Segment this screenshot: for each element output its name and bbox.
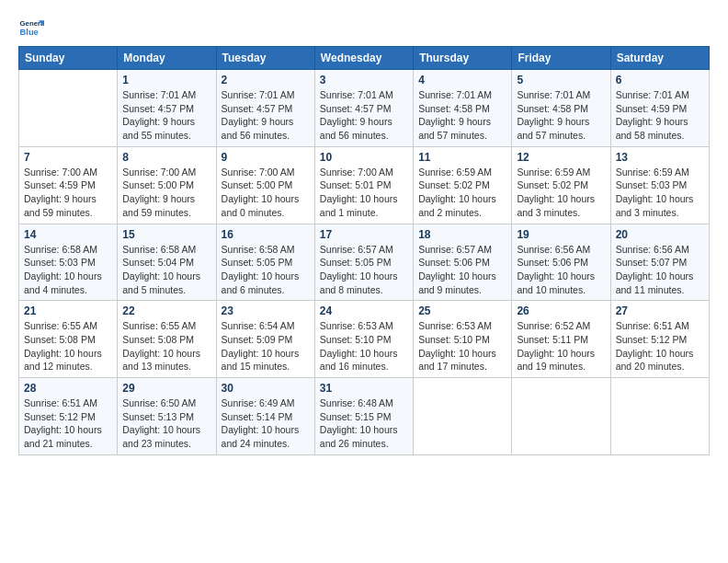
- day-number: 20: [616, 228, 704, 241]
- calendar-cell: [512, 378, 610, 455]
- calendar-cell: 2Sunrise: 7:01 AMSunset: 4:57 PMDaylight…: [216, 70, 314, 147]
- calendar-cell: 15Sunrise: 6:58 AMSunset: 5:04 PMDayligh…: [118, 224, 216, 301]
- calendar-cell: 14Sunrise: 6:58 AMSunset: 5:03 PMDayligh…: [19, 224, 118, 301]
- calendar-cell: 19Sunrise: 6:56 AMSunset: 5:06 PMDayligh…: [512, 224, 610, 301]
- day-info: Sunrise: 7:00 AMSunset: 4:59 PMDaylight:…: [24, 166, 112, 220]
- calendar-week-row: 28Sunrise: 6:51 AMSunset: 5:12 PMDayligh…: [19, 378, 710, 455]
- day-info: Sunrise: 6:58 AMSunset: 5:04 PMDaylight:…: [122, 243, 210, 297]
- calendar-header-saturday: Saturday: [610, 47, 709, 70]
- day-number: 23: [222, 304, 310, 317]
- calendar-cell: [414, 378, 512, 455]
- day-number: 24: [320, 304, 408, 317]
- day-info: Sunrise: 6:59 AMSunset: 5:03 PMDaylight:…: [616, 166, 704, 220]
- calendar-week-row: 7Sunrise: 7:00 AMSunset: 4:59 PMDaylight…: [19, 146, 710, 224]
- svg-text:Blue: Blue: [20, 28, 39, 37]
- day-info: Sunrise: 6:51 AMSunset: 5:12 PMDaylight:…: [616, 319, 704, 373]
- calendar-cell: 26Sunrise: 6:52 AMSunset: 5:11 PMDayligh…: [512, 301, 610, 378]
- day-info: Sunrise: 6:53 AMSunset: 5:10 PMDaylight:…: [418, 319, 506, 373]
- day-info: Sunrise: 7:00 AMSunset: 5:00 PMDaylight:…: [122, 166, 210, 220]
- day-info: Sunrise: 6:51 AMSunset: 5:12 PMDaylight:…: [24, 396, 112, 451]
- calendar-cell: 25Sunrise: 6:53 AMSunset: 5:10 PMDayligh…: [414, 301, 512, 378]
- day-info: Sunrise: 6:54 AMSunset: 5:09 PMDaylight:…: [222, 319, 310, 373]
- day-number: 6: [616, 74, 704, 86]
- calendar-cell: 8Sunrise: 7:00 AMSunset: 5:00 PMDaylight…: [118, 146, 216, 224]
- day-number: 18: [418, 228, 506, 241]
- day-number: 26: [517, 304, 605, 317]
- calendar-cell: 5Sunrise: 7:01 AMSunset: 4:58 PMDaylight…: [512, 70, 610, 147]
- day-info: Sunrise: 6:55 AMSunset: 5:08 PMDaylight:…: [24, 319, 112, 373]
- calendar-header-monday: Monday: [118, 47, 216, 70]
- day-number: 22: [122, 304, 210, 317]
- day-info: Sunrise: 7:01 AMSunset: 4:57 PMDaylight:…: [122, 88, 210, 143]
- calendar-cell: 29Sunrise: 6:50 AMSunset: 5:13 PMDayligh…: [118, 378, 216, 455]
- calendar-header-sunday: Sunday: [19, 47, 118, 70]
- day-number: 16: [222, 228, 310, 241]
- day-number: 21: [24, 304, 112, 317]
- day-number: 1: [122, 74, 210, 86]
- calendar-cell: 16Sunrise: 6:58 AMSunset: 5:05 PMDayligh…: [216, 224, 314, 301]
- calendar-cell: 22Sunrise: 6:55 AMSunset: 5:08 PMDayligh…: [118, 301, 216, 378]
- day-number: 2: [222, 74, 310, 86]
- day-number: 4: [418, 74, 506, 86]
- day-info: Sunrise: 7:00 AMSunset: 5:01 PMDaylight:…: [320, 166, 408, 220]
- day-info: Sunrise: 6:55 AMSunset: 5:08 PMDaylight:…: [122, 319, 210, 373]
- logo: General Blue: [18, 15, 48, 40]
- calendar-week-row: 21Sunrise: 6:55 AMSunset: 5:08 PMDayligh…: [19, 301, 710, 378]
- day-info: Sunrise: 6:58 AMSunset: 5:03 PMDaylight:…: [24, 243, 112, 297]
- day-number: 11: [418, 151, 506, 164]
- day-info: Sunrise: 6:59 AMSunset: 5:02 PMDaylight:…: [418, 166, 506, 220]
- day-info: Sunrise: 6:56 AMSunset: 5:07 PMDaylight:…: [616, 243, 704, 297]
- calendar-cell: 30Sunrise: 6:49 AMSunset: 5:14 PMDayligh…: [216, 378, 314, 455]
- calendar-cell: 10Sunrise: 7:00 AMSunset: 5:01 PMDayligh…: [314, 146, 413, 224]
- calendar-header-row: SundayMondayTuesdayWednesdayThursdayFrid…: [19, 47, 710, 70]
- day-number: 31: [320, 382, 408, 395]
- day-number: 10: [320, 151, 408, 164]
- day-info: Sunrise: 7:01 AMSunset: 4:58 PMDaylight:…: [418, 88, 506, 143]
- day-info: Sunrise: 6:50 AMSunset: 5:13 PMDaylight:…: [122, 396, 210, 451]
- calendar-cell: 31Sunrise: 6:48 AMSunset: 5:15 PMDayligh…: [314, 378, 413, 455]
- day-number: 25: [418, 304, 506, 317]
- calendar-cell: 1Sunrise: 7:01 AMSunset: 4:57 PMDaylight…: [118, 70, 216, 147]
- day-number: 8: [122, 151, 210, 164]
- calendar-cell: [610, 378, 709, 455]
- day-number: 19: [517, 228, 605, 241]
- calendar-body: 1Sunrise: 7:01 AMSunset: 4:57 PMDaylight…: [19, 70, 710, 455]
- calendar-cell: 27Sunrise: 6:51 AMSunset: 5:12 PMDayligh…: [610, 301, 709, 378]
- calendar-cell: 21Sunrise: 6:55 AMSunset: 5:08 PMDayligh…: [19, 301, 118, 378]
- calendar-cell: 4Sunrise: 7:01 AMSunset: 4:58 PMDaylight…: [414, 70, 512, 147]
- day-info: Sunrise: 6:48 AMSunset: 5:15 PMDaylight:…: [320, 396, 408, 451]
- calendar-header-friday: Friday: [512, 47, 610, 70]
- day-number: 30: [222, 382, 310, 395]
- calendar-cell: 23Sunrise: 6:54 AMSunset: 5:09 PMDayligh…: [216, 301, 314, 378]
- calendar-cell: 9Sunrise: 7:00 AMSunset: 5:00 PMDaylight…: [216, 146, 314, 224]
- day-info: Sunrise: 6:53 AMSunset: 5:10 PMDaylight:…: [320, 319, 408, 373]
- logo-icon: General Blue: [18, 15, 44, 40]
- calendar-cell: 20Sunrise: 6:56 AMSunset: 5:07 PMDayligh…: [610, 224, 709, 301]
- calendar-cell: 7Sunrise: 7:00 AMSunset: 4:59 PMDaylight…: [19, 146, 118, 224]
- day-info: Sunrise: 6:59 AMSunset: 5:02 PMDaylight:…: [517, 166, 605, 220]
- day-info: Sunrise: 7:01 AMSunset: 4:59 PMDaylight:…: [616, 88, 704, 143]
- calendar-header-wednesday: Wednesday: [314, 47, 413, 70]
- calendar-cell: 12Sunrise: 6:59 AMSunset: 5:02 PMDayligh…: [512, 146, 610, 224]
- day-info: Sunrise: 7:01 AMSunset: 4:58 PMDaylight:…: [517, 88, 605, 143]
- day-info: Sunrise: 7:01 AMSunset: 4:57 PMDaylight:…: [222, 88, 310, 143]
- day-number: 5: [517, 74, 605, 86]
- day-info: Sunrise: 6:56 AMSunset: 5:06 PMDaylight:…: [517, 243, 605, 297]
- day-number: 15: [122, 228, 210, 241]
- day-number: 9: [222, 151, 310, 164]
- day-number: 29: [122, 382, 210, 395]
- calendar-cell: [19, 70, 118, 147]
- day-number: 27: [616, 304, 704, 317]
- calendar-header-thursday: Thursday: [414, 47, 512, 70]
- calendar-cell: 13Sunrise: 6:59 AMSunset: 5:03 PMDayligh…: [610, 146, 709, 224]
- day-number: 3: [320, 74, 408, 86]
- calendar-cell: 11Sunrise: 6:59 AMSunset: 5:02 PMDayligh…: [414, 146, 512, 224]
- day-info: Sunrise: 6:52 AMSunset: 5:11 PMDaylight:…: [517, 319, 605, 373]
- day-number: 14: [24, 228, 112, 241]
- day-info: Sunrise: 6:49 AMSunset: 5:14 PMDaylight:…: [222, 396, 310, 451]
- day-number: 12: [517, 151, 605, 164]
- calendar-cell: 18Sunrise: 6:57 AMSunset: 5:06 PMDayligh…: [414, 224, 512, 301]
- day-info: Sunrise: 7:00 AMSunset: 5:00 PMDaylight:…: [222, 166, 310, 220]
- day-number: 17: [320, 228, 408, 241]
- calendar-week-row: 1Sunrise: 7:01 AMSunset: 4:57 PMDaylight…: [19, 70, 710, 147]
